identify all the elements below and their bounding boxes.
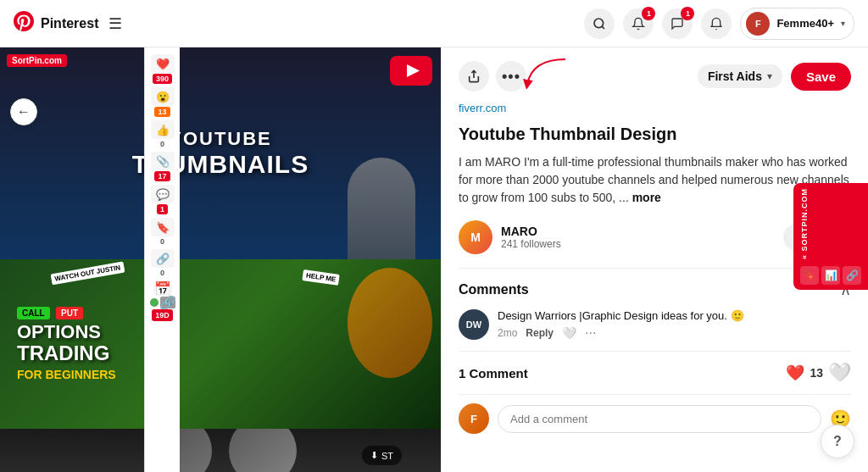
sortpin-icon-1[interactable]: 🔖 — [800, 266, 819, 285]
messages-button[interactable]: 1 — [662, 8, 693, 39]
link-reaction-icon[interactable]: 🔗 — [151, 249, 175, 268]
comment-like-button[interactable]: 🤍 — [562, 326, 576, 340]
reaction-heart: ❤️ 390 — [151, 54, 175, 84]
comment-count-bar: 1 Comment ❤️ 13 🤍 — [459, 351, 851, 394]
share-button[interactable] — [459, 61, 489, 92]
comments-section: Comments ∧ DW Design Warriors |Graphic D… — [459, 268, 851, 442]
reaction-like: 👍 0 — [151, 120, 175, 148]
commenter-initial: F — [470, 413, 477, 425]
reaction-bookmark: 🔖 0 — [151, 218, 175, 246]
user-avatar-small: F — [746, 12, 770, 36]
likes-count: 13 — [810, 366, 823, 380]
commenter-initials: DW — [466, 319, 481, 330]
pin-actions-top: ••• First Aids ▾ Save — [459, 61, 851, 92]
reaction-date: 📅 🔗 19D — [150, 280, 175, 321]
pinterest-icon — [14, 11, 34, 36]
comment-meta: 2mo Reply 🤍 ··· — [498, 325, 851, 341]
reaction-wow: 😮 13 — [151, 87, 175, 117]
comment-avatar: DW — [459, 309, 489, 340]
comments-title: Comments — [459, 282, 529, 297]
pin-image-main: YOUTUBE THUMBNAILS — [0, 47, 441, 259]
bookmark-count: 0 — [160, 237, 164, 246]
left-panel: SortPin.com ← YOUTUBE THUMBNAILS — [0, 47, 441, 472]
heart-reaction-icon[interactable]: ❤️ — [151, 54, 175, 73]
pin-author: M MARO 241 followers Follow — [459, 220, 851, 254]
clip-reaction-icon[interactable]: 📎 — [151, 152, 175, 170]
sortpin-right-label: « SORTPIN.COM — [800, 187, 861, 258]
arrow-annotation — [523, 55, 574, 89]
like-count: 0 — [160, 140, 164, 148]
search-button[interactable] — [584, 8, 615, 39]
comment-count-text: 1 Comment — [459, 366, 528, 380]
comment-count: 1 — [157, 204, 168, 214]
comment-input[interactable] — [498, 405, 821, 433]
comment-text: Design Warriors |Graphic Design ideas fo… — [498, 309, 851, 322]
reaction-clip: 📎 17 — [151, 152, 175, 181]
back-button[interactable]: ← — [10, 98, 37, 125]
date-badge: 19D — [152, 309, 173, 321]
board-chevron-icon: ▾ — [767, 70, 772, 82]
bookmark-reaction-icon[interactable]: 🔖 — [151, 218, 175, 236]
board-name: First Aids — [708, 69, 762, 83]
chevron-down-icon: ▾ — [841, 19, 845, 28]
user-dropdown[interactable]: F Femme40+ ▾ — [740, 8, 854, 40]
help-button[interactable]: ? — [821, 425, 854, 458]
comment-input-area: F 🙂 — [459, 394, 851, 442]
save-heart-button[interactable]: 🤍 — [828, 362, 851, 384]
pin-images: YOUTUBE THUMBNAILS CALL PUT OPTIONS — [0, 47, 441, 472]
pin-description: I am MARO I'm a full-time professional t… — [459, 153, 851, 207]
sortpin-icon-3[interactable]: 🔗 — [843, 266, 861, 285]
nav-right-area: 1 1 F Femme40+ ▾ — [584, 8, 854, 40]
hamburger-menu[interactable]: ☰ — [108, 14, 122, 33]
pin-title: Youtube Thumbnail Design — [459, 123, 851, 145]
top-navigation: Pinterest ☰ 1 1 F Femme40+ ▾ — [0, 0, 868, 47]
sortpin-right-icons: 🔖 📊 🔗 — [800, 266, 861, 285]
app-name: Pinterest — [41, 16, 98, 31]
wow-reaction-icon[interactable]: 😮 — [151, 87, 175, 106]
clip-count: 17 — [154, 171, 170, 181]
comment-reaction-icon[interactable]: 💬 — [151, 185, 175, 203]
heart-filled-icon: ❤️ — [786, 364, 804, 382]
comments-header: Comments ∧ — [459, 280, 851, 299]
read-more-link[interactable]: more — [632, 191, 661, 204]
reaction-comment: 💬 1 — [151, 185, 175, 214]
more-options-icon: ••• — [502, 68, 520, 86]
like-reaction-icon[interactable]: 👍 — [151, 120, 175, 139]
user-display-name: Femme40+ — [776, 17, 834, 30]
comment-likes: ❤️ 13 🤍 — [786, 362, 851, 384]
sortpin-right-bar: « SORTPIN.COM 🔖 📊 🔗 — [793, 182, 868, 289]
save-button[interactable]: Save — [791, 63, 851, 91]
download-overlay: ⬇ ST — [362, 446, 402, 465]
comment-item: DW Design Warriors |Graphic Design ideas… — [459, 309, 851, 341]
comment-time: 2mo — [498, 327, 517, 339]
main-content: SortPin.com ← YOUTUBE THUMBNAILS — [0, 47, 868, 472]
author-avatar: M — [459, 220, 492, 254]
wow-count: 13 — [154, 107, 170, 117]
pin-image-bottom: ⬇ ST — [0, 429, 441, 472]
notifications-badge: 1 — [642, 7, 655, 20]
status-dot — [150, 298, 159, 307]
back-icon: ← — [17, 104, 31, 119]
sortpin-badge: SortPin.com — [7, 54, 67, 67]
author-info: MARO 241 followers — [501, 225, 783, 250]
reaction-link: 🔗 0 — [151, 249, 175, 277]
sortpin-icon-2[interactable]: 📊 — [821, 266, 840, 285]
pin-image-mid: CALL PUT OPTIONS TRADING FOR BEGINNERS W… — [0, 259, 441, 429]
link-icon-small: 🔗 — [160, 297, 175, 308]
author-name: MARO — [501, 225, 783, 238]
more-options-button[interactable]: ••• — [496, 61, 526, 92]
source-link[interactable]: fiverr.com — [459, 102, 851, 114]
user-initial-small: F — [755, 19, 761, 29]
alerts-button[interactable] — [701, 8, 732, 39]
messages-badge: 1 — [681, 7, 694, 20]
comment-reply-link[interactable]: Reply — [526, 327, 554, 339]
download-button[interactable]: ⬇ ST — [362, 446, 402, 465]
heart-count: 390 — [153, 74, 172, 84]
logo-area: Pinterest ☰ — [14, 11, 122, 36]
date-icon[interactable]: 📅 — [153, 280, 172, 296]
board-selector[interactable]: First Aids ▾ — [698, 64, 782, 88]
notifications-button[interactable]: 1 — [623, 8, 654, 39]
svg-point-0 — [594, 19, 604, 28]
comment-more-button[interactable]: ··· — [585, 325, 596, 341]
author-followers: 241 followers — [501, 238, 783, 250]
